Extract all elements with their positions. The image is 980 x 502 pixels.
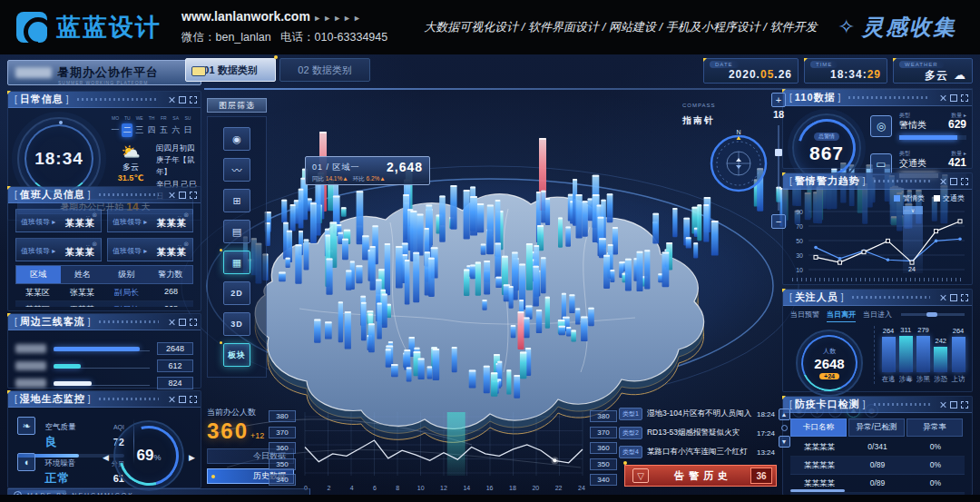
x-tick: 4 bbox=[346, 485, 358, 491]
close-icon[interactable] bbox=[168, 96, 175, 103]
window-icon[interactable] bbox=[179, 192, 186, 199]
layer-button[interactable]: ▤ bbox=[223, 220, 250, 243]
week-day: WE三 bbox=[134, 115, 145, 137]
alert-item[interactable]: 类型4 某路口有小汽车连闯三个红灯 13:24 bbox=[619, 445, 775, 459]
zoom-slider[interactable] bbox=[778, 125, 779, 211]
close-icon[interactable] bbox=[939, 94, 946, 102]
alert-text: RD13-53烟感报警疑似火灾 bbox=[647, 428, 753, 438]
signal-icon: 〰 bbox=[232, 162, 242, 177]
panel-police-trend: [警情警力趋势] 警情类交通类 9070503010∨24 bbox=[782, 172, 973, 285]
office-count-delta: +12 bbox=[250, 431, 264, 440]
weather-summary: ⛅ 多云 31.5℃ bbox=[110, 143, 152, 182]
focus-bar: 264 在逃 bbox=[880, 326, 897, 384]
tab-data-category-1[interactable]: 01 数据类别 bbox=[185, 58, 276, 82]
fullscreen-icon[interactable] bbox=[190, 396, 197, 403]
close-icon[interactable] bbox=[168, 396, 175, 403]
badge-icon: ◎ bbox=[870, 115, 892, 137]
alarm-history-button[interactable]: ▽ 告警历史 36 bbox=[624, 465, 777, 487]
logo: 蓝蓝设计 bbox=[16, 11, 162, 44]
tooltip-value: 2,648 bbox=[387, 160, 423, 174]
tab-data-category-2[interactable]: 02 数据类别 bbox=[279, 58, 370, 82]
layer-button[interactable]: ▦ bbox=[223, 251, 250, 274]
cloud-icon: ☁ bbox=[954, 68, 966, 82]
alarm-history-count: 36 bbox=[750, 468, 772, 484]
close-icon[interactable] bbox=[939, 401, 946, 408]
layer-button-3D[interactable]: 3D bbox=[223, 312, 250, 336]
alert-item[interactable]: 类型2 RD13-53烟感报警疑似火灾 17:24 bbox=[619, 426, 775, 440]
layer-button-板块[interactable]: 板块 bbox=[223, 343, 250, 367]
fullscreen-icon[interactable] bbox=[961, 401, 968, 408]
focus-tab[interactable]: 当日离开 bbox=[827, 310, 856, 322]
fullscreen-icon[interactable] bbox=[961, 178, 968, 185]
window-icon[interactable] bbox=[179, 96, 186, 103]
weather-widget: WEATHER 多云☁ bbox=[893, 58, 973, 84]
alert-time: 18:24 bbox=[757, 410, 775, 418]
duty-col-header: 区域 bbox=[16, 266, 61, 283]
office-x-axis: 024681012141618202224 bbox=[299, 485, 588, 491]
checkpoint-scrollbar[interactable] bbox=[790, 489, 845, 492]
layer-button[interactable]: ◉ bbox=[223, 127, 250, 151]
fullscreen-icon[interactable] bbox=[190, 96, 197, 103]
alert-item[interactable]: 类型1 湿地3-104片区有不明人员闯入 18:24 bbox=[619, 407, 775, 421]
close-icon[interactable] bbox=[939, 178, 946, 185]
close-icon[interactable] bbox=[168, 319, 175, 326]
website-link[interactable]: www.lanlanwork.com bbox=[181, 9, 310, 24]
x-tick: 20 bbox=[529, 485, 542, 491]
svg-text:10: 10 bbox=[796, 267, 803, 273]
table-row[interactable]: 某某某某0/3410% bbox=[790, 438, 965, 457]
window-icon[interactable] bbox=[950, 94, 957, 102]
layer-button[interactable]: 〰 bbox=[223, 158, 250, 182]
checkpoint-col-header: 异常/已检测 bbox=[848, 418, 905, 437]
checkpoint-col-header[interactable]: 卡口名称 bbox=[790, 418, 847, 437]
alert-list: 类型1 湿地3-104片区有不明人员闯入 18:24 类型2 RD13-53烟感… bbox=[619, 407, 775, 464]
window-icon[interactable] bbox=[950, 294, 957, 301]
alert-tag: 类型2 bbox=[619, 427, 642, 439]
scroll-up-icon[interactable]: ▲ bbox=[779, 408, 790, 420]
focus-count-circle: 人数 2648 +24 bbox=[796, 330, 863, 397]
x-tick: 6 bbox=[368, 485, 381, 491]
fullscreen-icon[interactable] bbox=[190, 192, 197, 199]
week-day: FR五 bbox=[158, 115, 169, 137]
focus-tab[interactable]: 当日预警 bbox=[790, 310, 819, 322]
focus-tab[interactable]: 当日进入 bbox=[863, 310, 892, 322]
week-calendar: MO一TU二WE三TH四FR五SA六SU日 bbox=[110, 115, 193, 137]
window-icon[interactable] bbox=[950, 178, 957, 185]
zoom-out-button[interactable]: − bbox=[771, 214, 786, 229]
window-icon[interactable] bbox=[179, 319, 186, 326]
weather-caption: WEATHER bbox=[899, 61, 944, 68]
y-tick-box: 350 bbox=[590, 458, 617, 470]
table-row[interactable]: 某某区王某某副局长268 bbox=[15, 301, 193, 307]
scroll-down-icon[interactable]: ▼ bbox=[779, 436, 790, 448]
warning-triangle-icon: ▽ bbox=[632, 468, 649, 483]
table-row[interactable]: 某某区张某某副局长268 bbox=[15, 284, 193, 301]
time-caption: TIME bbox=[810, 61, 838, 68]
logo-icon bbox=[16, 12, 47, 43]
collect-button[interactable]: ✧ 灵感收集 bbox=[838, 13, 956, 42]
panel-passenger-flow: [周边三线客流] 2648 612 824 bbox=[7, 313, 201, 389]
close-icon[interactable] bbox=[939, 294, 946, 301]
alert-tag: 类型1 bbox=[619, 408, 642, 420]
y-tick-box: 340 bbox=[590, 474, 617, 486]
alert-tag: 类型4 bbox=[619, 446, 642, 458]
scroll-dot[interactable] bbox=[781, 425, 788, 431]
window-icon[interactable] bbox=[950, 401, 957, 408]
mini-slider[interactable] bbox=[901, 313, 965, 316]
eco-gauge: ◀▶ 69% bbox=[113, 420, 184, 491]
layer-button[interactable]: ⊞ bbox=[223, 189, 250, 212]
time-widget: TIME 18:34:29 bbox=[804, 58, 887, 84]
fullscreen-icon[interactable] bbox=[961, 94, 968, 102]
alert-time: 17:24 bbox=[757, 429, 775, 438]
window-icon[interactable] bbox=[179, 396, 186, 403]
table-row[interactable]: 某某某某0/890% bbox=[790, 457, 965, 475]
zoom-in-button[interactable]: + bbox=[771, 93, 786, 107]
y-tick-box: 380 bbox=[269, 410, 296, 422]
alert-scrollbar: ▲ ▼ bbox=[778, 408, 790, 452]
arrows-decoration: ►►►►► bbox=[313, 14, 363, 23]
fullscreen-icon[interactable] bbox=[961, 294, 968, 301]
layer-button-2D[interactable]: 2D bbox=[223, 281, 250, 305]
trend-legend: 警情类交通类 bbox=[885, 193, 965, 203]
fullscreen-icon[interactable] bbox=[190, 319, 197, 326]
map-zoom-control: + 18 − bbox=[769, 93, 788, 229]
close-icon[interactable] bbox=[168, 192, 175, 199]
flow-bar-row: 2648 bbox=[15, 341, 193, 356]
